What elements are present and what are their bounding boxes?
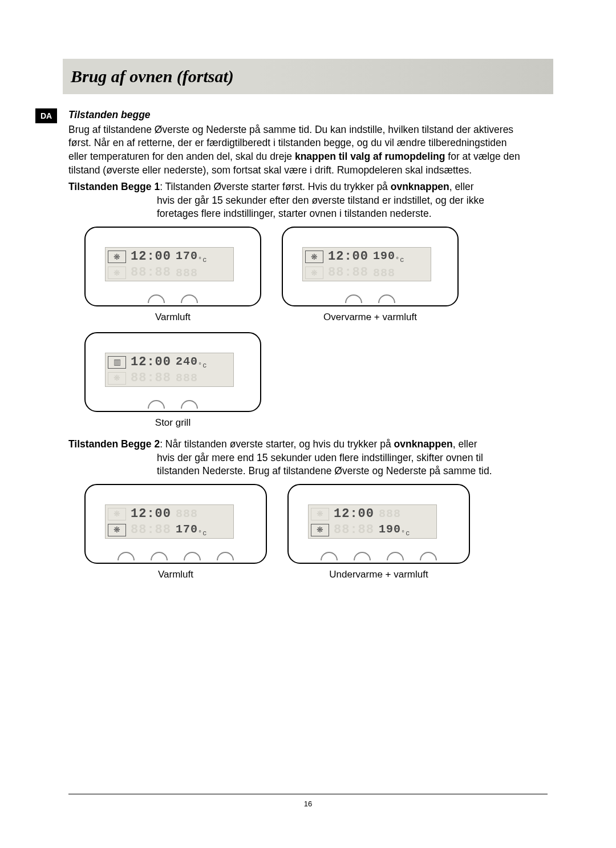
oven-lcd: ❋ 12:00 888 ❋ 88:88 170°c [105,504,234,539]
fan-icon-dim: ❋ [305,266,323,279]
lcd-time: 12:00 [131,506,171,523]
oven-lcd: ❋ 12:00 170°c ❋ 88:88 888 [105,247,234,281]
lcd-time-dim: 88:88 [334,522,374,539]
page-number: 16 [0,799,616,808]
lcd-time: 12:00 [334,506,374,523]
lcd-temp: 190°c [379,522,410,538]
knob-arcs [289,552,469,560]
language-tab: DA [35,108,57,123]
lcd-time-dim: 88:88 [131,370,171,387]
state1-text-a: : Tilstanden Øverste starter først. Hvis… [160,181,391,192]
oven-display: ❋ 12:00 170°c ❋ 88:88 888 [84,227,261,306]
display-col-3-2: ❋ 12:00 888 ❋ 88:88 190°c Undervarme + v… [287,484,470,582]
state1-text-b-inline: , eller [449,181,474,192]
lcd-temp-dim: 888 [176,265,198,281]
knob-arcs [283,294,457,303]
lcd-time-dim: 88:88 [328,264,368,281]
state2-indent: hvis der går mere end 15 sekunder uden f… [68,451,525,478]
display-row-2: ▥ 12:00 240°c ❋ 88:88 888 Stor grill [84,332,525,430]
state2-paragraph: Tilstanden Begge 2: Når tilstanden øvers… [68,438,525,478]
display-caption: Varmluft [158,568,193,582]
lcd-temp-dim: 888 [176,370,198,386]
display-col-1-2: ❋ 12:00 190°c ❋ 88:88 888 Overvarme + va… [282,227,459,324]
lcd-time: 12:00 [328,248,368,265]
subheading: Tilstanden begge [68,108,525,122]
intro-bold: knappen til valg af rumopdeling [295,151,445,162]
page-title: Brug af ovnen (fortsat) [71,67,234,86]
fan-icon-dim: ❋ [108,508,126,520]
intro-paragraph: Brug af tilstandene Øverste og Nederste … [68,123,525,177]
grill-icon: ▥ [108,356,126,369]
display-caption: Overvarme + varmluft [323,311,417,324]
lcd-time-dim: 88:88 [131,264,171,281]
lcd-temp-dim: 888 [379,506,401,522]
lcd-temp-dim: 888 [176,506,198,522]
content-body: Tilstanden begge Brug af tilstandene Øve… [68,108,525,589]
state2-bold: ovnknappen [394,438,453,450]
knob-arcs [86,400,260,409]
oven-display: ❋ 12:00 888 ❋ 88:88 170°c [84,484,267,564]
fan-icon: ❋ [108,251,126,263]
state2-text-a: : Når tilstanden øverste starter, og hvi… [160,438,394,450]
fan-icon-dim: ❋ [108,372,126,385]
state2-lead: Tilstanden Begge 2 [68,438,160,450]
oven-display: ▥ 12:00 240°c ❋ 88:88 888 [84,332,261,412]
state1-lead: Tilstanden Begge 1 [68,181,160,192]
knob-arcs [86,552,266,560]
lcd-temp-dim: 888 [373,265,395,281]
display-caption: Varmluft [155,311,191,324]
display-col-3-1: ❋ 12:00 888 ❋ 88:88 170°c Varmluft [84,484,267,582]
fan-icon-dim: ❋ [108,266,126,279]
fan-icon: ❋ [311,524,329,536]
display-col-1-1: ❋ 12:00 170°c ❋ 88:88 888 Varmluft [84,227,261,324]
fan-icon: ❋ [108,524,126,536]
knob-arcs [86,294,260,303]
lcd-time: 12:00 [131,248,171,265]
oven-lcd: ❋ 12:00 190°c ❋ 88:88 888 [302,247,431,281]
display-caption: Undervarme + varmluft [329,568,428,582]
lcd-temp: 190°c [373,248,404,265]
display-row-1: ❋ 12:00 170°c ❋ 88:88 888 Varmluft [84,227,525,324]
oven-lcd: ❋ 12:00 888 ❋ 88:88 190°c [308,504,437,539]
state1-bold: ovnknappen [391,181,449,192]
display-row-3: ❋ 12:00 888 ❋ 88:88 170°c Varmluft [84,484,525,582]
state2-text-b-inline: , eller [453,438,477,450]
lcd-temp: 240°c [176,354,207,370]
lcd-time: 12:00 [131,354,171,371]
header-band: Brug af ovnen (fortsat) [63,59,553,94]
state1-paragraph: Tilstanden Begge 1: Tilstanden Øverste s… [68,180,525,221]
display-caption: Stor grill [155,417,191,430]
lcd-time-dim: 88:88 [131,522,171,539]
lcd-temp: 170°c [176,248,207,265]
oven-lcd: ▥ 12:00 240°c ❋ 88:88 888 [105,353,234,387]
fan-icon-dim: ❋ [311,508,329,520]
oven-display: ❋ 12:00 888 ❋ 88:88 190°c [287,484,470,564]
state1-indent: hvis der går 15 sekunder efter den øvers… [68,194,525,221]
lcd-temp: 170°c [176,522,207,538]
footer-rule [68,794,548,794]
fan-icon: ❋ [305,251,323,263]
display-col-2-1: ▥ 12:00 240°c ❋ 88:88 888 Stor grill [84,332,261,430]
oven-display: ❋ 12:00 190°c ❋ 88:88 888 [282,227,459,306]
